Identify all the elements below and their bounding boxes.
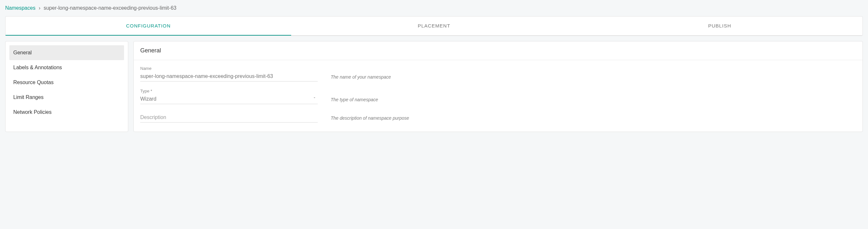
sidebar-item-limit-ranges[interactable]: Limit Ranges [9, 90, 124, 105]
form-row-type: Type * Wizard The type of namespace [140, 89, 856, 104]
type-hint: The type of namespace [331, 97, 378, 104]
type-label: Type * [140, 89, 318, 93]
form-row-description: The description of namespace purpose [140, 113, 856, 123]
sidebar-item-resource-quotas[interactable]: Resource Quotas [9, 75, 124, 90]
panel-title: General [134, 41, 863, 60]
sidebar-item-network-policies[interactable]: Network Policies [9, 105, 124, 120]
sidebar-item-general[interactable]: General [9, 45, 124, 60]
name-input[interactable] [140, 72, 318, 81]
content-area: General Labels & Annotations Resource Qu… [5, 41, 863, 132]
section-sidebar: General Labels & Annotations Resource Qu… [5, 41, 128, 132]
description-hint: The description of namespace purpose [331, 115, 409, 123]
breadcrumb-root-link[interactable]: Namespaces [5, 5, 35, 11]
type-select[interactable]: Wizard [140, 95, 318, 104]
main-panel: General Name The name of your namespace … [133, 41, 863, 132]
description-input[interactable] [140, 113, 318, 123]
tabs: CONFIGURATION PLACEMENT PUBLISH [5, 16, 863, 36]
name-label: Name [140, 66, 318, 71]
tab-configuration[interactable]: CONFIGURATION [5, 16, 291, 36]
breadcrumb-separator: › [38, 5, 40, 11]
description-field-container [140, 113, 318, 123]
name-hint: The name of your namespace [331, 74, 391, 81]
form-body: Name The name of your namespace Type * W… [134, 60, 863, 131]
breadcrumb: Namespaces › super-long-namespace-name-e… [5, 5, 863, 11]
tab-placement[interactable]: PLACEMENT [291, 16, 577, 36]
tab-publish[interactable]: PUBLISH [577, 16, 863, 36]
sidebar-item-labels-annotations[interactable]: Labels & Annotations [9, 60, 124, 75]
name-field-container: Name [140, 66, 318, 81]
type-field-container: Type * Wizard [140, 89, 318, 104]
breadcrumb-current: super-long-namespace-name-exceeding-prev… [44, 5, 177, 11]
form-row-name: Name The name of your namespace [140, 66, 856, 81]
